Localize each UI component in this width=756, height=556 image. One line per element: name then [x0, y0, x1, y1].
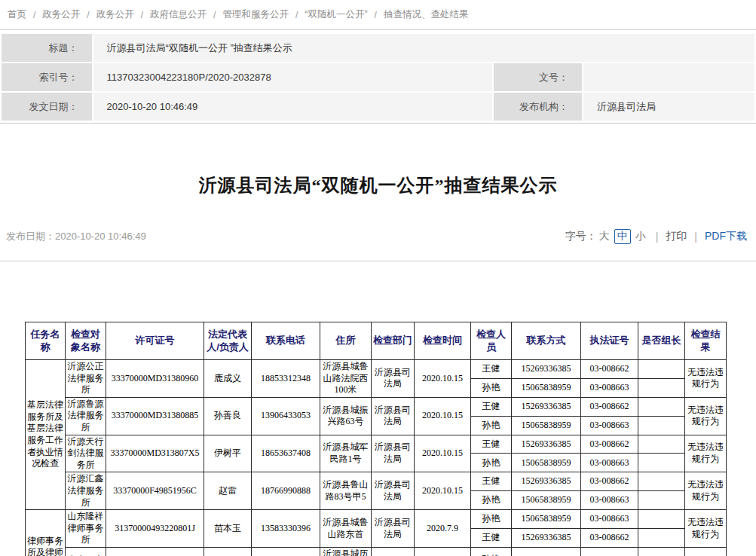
- is-leader-cell: [638, 547, 685, 556]
- object-name-cell: 沂源天行剑法律服务所: [66, 435, 106, 472]
- column-header: 联系方式: [512, 322, 581, 360]
- check-date-cell: 2020.10.15: [415, 397, 471, 435]
- column-header: 任务名称: [26, 322, 66, 360]
- inspector-contact-cell: 15269336385: [512, 397, 581, 416]
- breadcrumb-item[interactable]: 政务公开: [96, 8, 134, 21]
- license-cell: 33370000MD31380885: [106, 397, 204, 435]
- breadcrumb-item[interactable]: 政务公开: [42, 8, 80, 21]
- is-leader-cell: [638, 472, 685, 491]
- phone-cell: 13906433053: [252, 397, 320, 435]
- legal-rep-cell: 伊树平: [204, 435, 252, 472]
- inspector-name-cell: 王健: [471, 435, 512, 454]
- column-header: 执法证号: [581, 322, 638, 360]
- pdf-download-button[interactable]: PDF下载: [705, 230, 747, 243]
- table-row: 基层法律服务所及基层法律服务工作者执业情况检查沂源公正法律服务所33370000…: [26, 360, 727, 379]
- font-size-large-button[interactable]: 大: [599, 230, 610, 243]
- address-cell: 沂源县城鲁山路东首: [320, 510, 372, 548]
- breadcrumb-item[interactable]: 抽查情况、查处结果: [384, 8, 469, 21]
- is-leader-cell: [638, 435, 685, 454]
- breadcrumb-item[interactable]: “双随机一公开”: [305, 8, 367, 21]
- inspector-name-cell: 王健: [471, 529, 512, 548]
- legal-rep-cell: 鹿成义: [204, 360, 252, 398]
- is-leader-cell: [638, 360, 685, 379]
- column-header: 法定代表人/负责人: [204, 322, 252, 360]
- breadcrumb-separator: /: [295, 10, 298, 20]
- toolbar-divider: |: [656, 231, 659, 243]
- column-header: 检查结果: [685, 322, 727, 360]
- meta-date-value: 2020-10-20 10:46:49: [93, 93, 492, 121]
- table-row: 律师事务所及律师执业情况山东隆祥律师事务所31370000493220801J苗…: [26, 510, 727, 529]
- inspector-contact-cell: 15065838959: [512, 378, 581, 397]
- publish-date-label: 发布日期：: [6, 231, 55, 242]
- badge-number-cell: 03-008663: [581, 454, 638, 472]
- inspector-contact-cell: 15269336385: [512, 360, 581, 379]
- column-header: 检查时间: [415, 322, 471, 360]
- is-leader-cell: [638, 416, 685, 435]
- breadcrumb-separator: /: [87, 10, 89, 20]
- phone-cell: 18853312348: [252, 360, 320, 398]
- inspector-name-cell: 王健: [471, 397, 512, 416]
- inspector-name-cell: 孙艳: [471, 454, 512, 472]
- department-cell: 沂源县司法局: [372, 435, 415, 472]
- breadcrumb-separator: /: [213, 10, 216, 20]
- result-cell: 无违法违规行为: [685, 435, 727, 472]
- address-cell: 沂源县城军民路1号: [320, 435, 372, 472]
- table-row: 沂源天行剑法律服务所33370000MD313807X5伊树平186536374…: [26, 435, 727, 454]
- horizontal-divider: [0, 261, 756, 261]
- is-leader-cell: [638, 491, 685, 510]
- task-name-cell: 律师事务所及律师执业情况: [26, 510, 66, 556]
- table-row: 山东民意律师事务所31370000493219923R宋志民1357335044…: [26, 547, 727, 556]
- check-date-cell: 2020.7.9: [415, 547, 471, 556]
- breadcrumb: 首页/政务公开/政务公开/政府信息公开/管理和服务公开/“双随机一公开”/抽查情…: [0, 0, 756, 30]
- object-name-cell: 沂源公正法律服务所: [66, 360, 106, 398]
- article-toolbar: 字号： 大 中 小 | 打印 | PDF下载: [565, 229, 747, 244]
- meta-index-value: 11370323004223180P/2020-2032878: [93, 63, 492, 91]
- inspector-name-cell: 孙艳: [471, 547, 512, 556]
- is-leader-cell: [638, 529, 685, 548]
- object-name-cell: 山东隆祥律师事务所: [66, 510, 106, 548]
- breadcrumb-item[interactable]: 管理和服务公开: [222, 8, 289, 21]
- document-meta-table: 标题： 沂源县司法局“双随机一公开 ”抽查结果公示 索引号： 113703230…: [0, 32, 756, 122]
- badge-number-cell: 03-008663: [581, 378, 638, 397]
- result-cell: 无违法违规行为: [685, 472, 727, 510]
- legal-rep-cell: 宋志民: [204, 547, 252, 556]
- font-size-label: 字号：: [565, 230, 597, 243]
- object-name-cell: 沂源汇鑫法律服务所: [66, 472, 106, 510]
- breadcrumb-item[interactable]: 政府信息公开: [150, 8, 207, 21]
- font-size-small-button[interactable]: 小: [635, 230, 646, 243]
- is-leader-cell: [638, 454, 685, 472]
- inspector-contact-cell: 15065838959: [512, 547, 581, 556]
- inspector-contact-cell: 15065838959: [512, 454, 581, 472]
- badge-number-cell: 03-008663: [581, 510, 638, 529]
- meta-agency-value: 沂源县司法局: [583, 93, 754, 121]
- meta-agency-label: 发布机构：: [494, 93, 583, 121]
- legal-rep-cell: 赵雷: [204, 472, 252, 510]
- meta-docnum-value: [583, 63, 754, 91]
- department-cell: 沂源县司法局: [372, 472, 415, 510]
- column-header: 住所: [320, 322, 372, 360]
- badge-number-cell: 03-008662: [581, 472, 638, 491]
- print-button[interactable]: 打印: [666, 230, 687, 243]
- breadcrumb-item[interactable]: 首页: [8, 8, 26, 21]
- department-cell: 沂源县司法局: [372, 510, 415, 548]
- font-size-medium-button[interactable]: 中: [614, 229, 631, 244]
- article-info-row: 发布日期：2020-10-20 10:46:49 字号： 大 中 小 | 打印 …: [0, 229, 756, 244]
- inspector-name-cell: 孙艳: [471, 510, 512, 529]
- publish-date: 发布日期：2020-10-20 10:46:49: [6, 230, 146, 243]
- address-cell: 沂源县鲁山路83号甲5: [320, 472, 372, 510]
- toolbar-divider: |: [694, 231, 697, 243]
- badge-number-cell: 03-008663: [581, 491, 638, 510]
- inspector-name-cell: 孙艳: [471, 378, 512, 397]
- address-cell: 沂源县城鲁山路法院西100米: [320, 360, 372, 398]
- license-cell: 33370000MD313807X5: [106, 435, 204, 472]
- meta-index-label: 索引号：: [2, 63, 92, 91]
- inspector-contact-cell: 15269336385: [512, 435, 581, 454]
- meta-date-label: 发文日期：: [2, 93, 92, 121]
- column-header: 检查对象名称: [66, 322, 106, 360]
- inspector-name-cell: 王健: [471, 360, 512, 379]
- license-cell: 33370000F49851956C: [106, 472, 204, 510]
- department-cell: 沂源县司法局: [372, 547, 415, 556]
- inspector-contact-cell: 15065838959: [512, 416, 581, 435]
- inspector-contact-cell: 15065838959: [512, 510, 581, 529]
- object-name-cell: 山东民意律师事务所: [66, 547, 106, 556]
